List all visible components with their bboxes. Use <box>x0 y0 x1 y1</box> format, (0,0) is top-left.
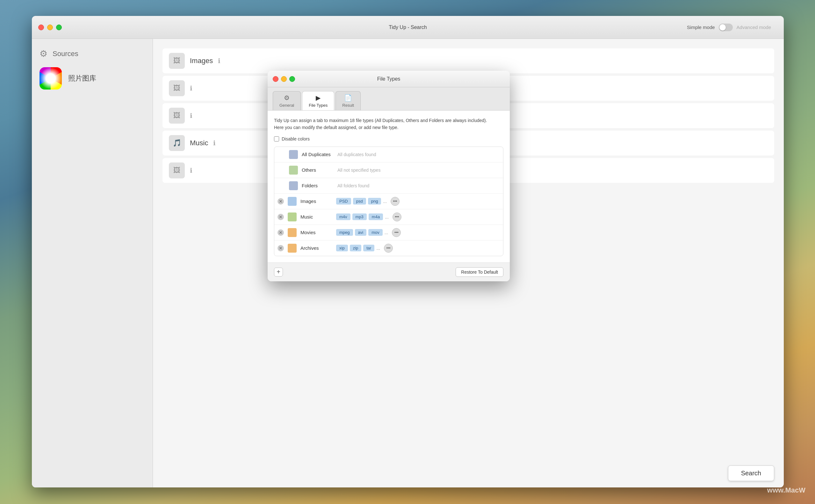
music-dots: ... <box>385 214 389 220</box>
info-icon-2[interactable]: ℹ <box>190 84 192 92</box>
mode-toggle: Simple mode Advanced mode <box>687 24 771 31</box>
archives-more-button[interactable]: ••• <box>384 244 393 253</box>
archives-ft-name: Archives <box>300 245 332 251</box>
modal-min-button[interactable] <box>281 76 287 82</box>
ft-row-images: ✕ Images PSD psd png ... ••• <box>274 194 503 209</box>
images-dots: ... <box>383 199 387 204</box>
gear-icon[interactable]: ⚙ <box>40 48 47 59</box>
remove-images-button[interactable]: ✕ <box>278 198 284 205</box>
tag-m4a: m4a <box>369 213 383 220</box>
search-button[interactable]: Search <box>728 465 774 481</box>
maximize-button[interactable] <box>56 25 62 30</box>
row4-icon: 🖼 <box>169 162 185 178</box>
close-button[interactable] <box>38 25 44 30</box>
archives-dots: ... <box>376 246 380 251</box>
app-window: Tidy Up - Search Simple mode Advanced mo… <box>32 16 784 487</box>
modal-titlebar: File Types <box>268 71 510 87</box>
result-tab-label: Result <box>342 103 354 108</box>
modal-tabs: ⚙ General ▶ File Types 📄 Result <box>268 87 510 111</box>
ft-row-others: Others All not specified types <box>274 162 503 178</box>
info-icon-1[interactable]: ℹ <box>218 57 220 65</box>
archives-swatch <box>288 244 297 253</box>
row-images: 🖼 Images ℹ <box>162 48 774 73</box>
modal-close-button[interactable] <box>273 76 278 82</box>
disable-colors-row: Disable colors <box>274 136 503 141</box>
general-tab-label: General <box>279 103 294 108</box>
tag-tar: tar <box>363 245 374 251</box>
music-label: Music <box>190 139 208 147</box>
info-icon-4[interactable]: ℹ <box>213 139 216 147</box>
archives-tags: xip zip tar ... <box>336 245 380 251</box>
photos-icon <box>40 67 62 90</box>
movies-ft-name: Movies <box>300 230 332 235</box>
main-area: 🖼 Images ℹ 🖼 ℹ 🖼 ℹ 🎵 Music ℹ <box>153 39 784 487</box>
remove-music-button[interactable]: ✕ <box>278 214 284 220</box>
traffic-lights <box>38 25 62 30</box>
tag-psd-lower: psd <box>353 198 366 205</box>
tag-zip: zip <box>350 245 362 251</box>
info-icon-5[interactable]: ℹ <box>190 167 192 174</box>
general-tab-icon: ⚙ <box>284 94 290 102</box>
ft-row-movies: ✕ Movies mpeg avi mov ... ••• <box>274 225 503 241</box>
row3-icon: 🖼 <box>169 108 185 124</box>
sidebar-header: ⚙ Sources <box>32 45 153 62</box>
images-label: Images <box>190 57 213 65</box>
disable-colors-checkbox[interactable] <box>274 136 279 141</box>
remove-archives-button[interactable]: ✕ <box>278 245 284 251</box>
movies-tags: mpeg avi mov ... <box>336 229 388 236</box>
file-types-tab-label: File Types <box>309 103 328 108</box>
tag-png: png <box>368 198 381 205</box>
images-swatch <box>288 197 297 206</box>
result-tab-icon: 📄 <box>344 94 352 102</box>
sidebar-item-photos[interactable]: 照片图库 <box>32 62 153 95</box>
photo-library-name: 照片图库 <box>68 74 96 83</box>
remove-movies-button[interactable]: ✕ <box>278 229 284 236</box>
ft-row-music: ✕ Music m4v mp3 m4a ... ••• <box>274 209 503 225</box>
images-ft-name: Images <box>300 198 332 204</box>
tab-file-types[interactable]: ▶ File Types <box>302 91 334 110</box>
movies-dots: ... <box>385 230 388 235</box>
folders-desc: All folders found <box>337 183 499 188</box>
info-icon-3[interactable]: ℹ <box>190 112 192 119</box>
tag-avi: avi <box>355 229 367 236</box>
simple-mode-label: Simple mode <box>687 25 715 30</box>
watermark: www.MacW <box>767 486 805 494</box>
tab-general[interactable]: ⚙ General <box>273 91 301 110</box>
window-title: Tidy Up - Search <box>389 25 427 30</box>
sidebar: ⚙ Sources 照片图库 <box>32 39 153 487</box>
music-swatch <box>288 212 297 221</box>
others-desc: All not specified types <box>337 168 499 173</box>
tab-result[interactable]: 📄 Result <box>335 91 361 110</box>
title-bar: Tidy Up - Search Simple mode Advanced mo… <box>32 16 784 39</box>
all-duplicates-desc: All duplicates found <box>337 152 499 157</box>
movies-more-button[interactable]: ••• <box>392 228 401 237</box>
add-file-type-button[interactable]: + <box>274 268 283 277</box>
tag-mov: mov <box>368 229 383 236</box>
modal-description: Tidy Up can assign a tab to maximum 18 f… <box>274 117 503 131</box>
modal-traffic-lights <box>273 76 295 82</box>
restore-default-button[interactable]: Restore To Default <box>456 267 503 277</box>
images-icon: 🖼 <box>169 53 185 69</box>
modal-title: File Types <box>377 76 400 82</box>
images-more-button[interactable]: ••• <box>391 197 400 206</box>
all-duplicates-swatch <box>289 150 298 159</box>
others-swatch <box>289 166 298 175</box>
folders-swatch <box>289 181 298 190</box>
tag-psd-upper: PSD <box>336 198 351 205</box>
row2-icon: 🖼 <box>169 80 185 96</box>
all-duplicates-name: All Duplicates <box>302 152 334 157</box>
tag-m4v: m4v <box>336 213 350 220</box>
modal-footer: + Restore To Default <box>268 263 510 281</box>
music-more-button[interactable]: ••• <box>393 212 401 221</box>
sources-label: Sources <box>53 50 78 58</box>
mode-switch[interactable] <box>719 24 733 31</box>
file-types-tab-icon: ▶ <box>316 94 321 102</box>
bottom-bar: Search <box>728 465 774 481</box>
tag-mpeg: mpeg <box>336 229 353 236</box>
minimize-button[interactable] <box>47 25 53 30</box>
ft-row-all-duplicates: All Duplicates All duplicates found <box>274 147 503 162</box>
others-name: Others <box>302 167 334 173</box>
modal-max-button[interactable] <box>289 76 295 82</box>
file-types-modal: File Types ⚙ General ▶ File Types 📄 Resu… <box>268 71 510 281</box>
app-content: ⚙ Sources 照片图库 🖼 Images ℹ 🖼 ℹ <box>32 39 784 487</box>
